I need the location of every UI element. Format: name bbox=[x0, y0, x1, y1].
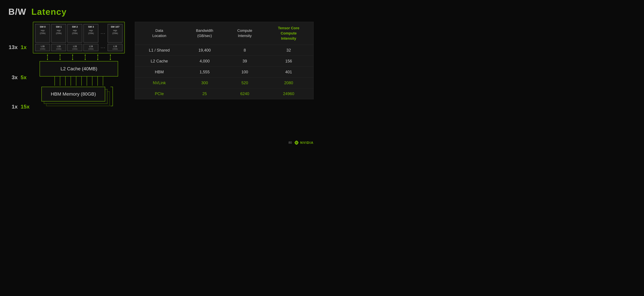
l1-dots: ··· bbox=[100, 44, 106, 51]
nvidia-text: NVIDIA bbox=[300, 141, 314, 145]
sm-3-title: SM 3 bbox=[88, 25, 94, 28]
sm-row-cache: L1$ (192k) L1$ (192k) L1$ (192k) bbox=[35, 44, 122, 51]
bw-pcie: 25 bbox=[184, 88, 226, 99]
sm-1-title: SM 1 bbox=[56, 25, 62, 28]
header: B/W Latency bbox=[8, 7, 314, 17]
bw-l1: 19,400 bbox=[184, 45, 226, 56]
data-table-section: DataLocation Bandwidth(GB/sec) ComputeIn… bbox=[135, 22, 314, 99]
tcci-l1: 32 bbox=[264, 45, 314, 56]
sm-section: SM 0 regs(256k) SM 1 regs(256k) SM 2 reg… bbox=[33, 22, 125, 53]
latency-label-2: 5x bbox=[21, 74, 29, 81]
header-row: DataLocation Bandwidth(GB/sec) ComputeIn… bbox=[135, 22, 314, 45]
ci-l1: 8 bbox=[226, 45, 264, 56]
bw-hbm: 1,555 bbox=[184, 67, 226, 78]
sm-3-box: SM 3 regs(256k) bbox=[84, 24, 98, 42]
bw-nvlink: 300 bbox=[184, 78, 226, 88]
main-page: B/W Latency 13x 1x 3x 5x bbox=[0, 0, 322, 148]
sm-1-box: SM 1 regs(256k) bbox=[51, 24, 66, 42]
bw-label-2: 3x bbox=[8, 74, 18, 81]
table-row: L2 Cache 4,000 39 156 bbox=[135, 56, 314, 67]
col-header-location: DataLocation bbox=[135, 22, 184, 45]
sm-107-title: SM 107 bbox=[111, 25, 120, 28]
col-header-bandwidth: Bandwidth(GB/sec) bbox=[184, 22, 226, 45]
table-row: HBM 1,555 100 401 bbox=[135, 67, 314, 78]
table-row: PCIe 25 6240 24960 bbox=[135, 88, 314, 99]
col-header-tensor: Tensor CoreComputeIntensity bbox=[264, 22, 314, 45]
l1-cache-2: L1$ (192k) bbox=[68, 44, 82, 51]
l2-cache-box: L2 Cache (40MB) bbox=[40, 61, 118, 77]
l1-cache-3: L1$ (192k) bbox=[84, 44, 98, 51]
label-pair-1: 13x 1x bbox=[8, 32, 30, 63]
tcci-nvlink: 2080 bbox=[264, 78, 314, 88]
bw-l2: 4,000 bbox=[184, 56, 226, 67]
table-body: L1 / Shared 19,400 8 32 L2 Cache 4,000 3… bbox=[135, 45, 314, 99]
sm-2-title: SM 2 bbox=[72, 25, 78, 28]
ci-nvlink: 520 bbox=[226, 78, 264, 88]
sm-107-box: SM 107 regs(256k) bbox=[108, 24, 122, 42]
diagram-section: 13x 1x 3x 5x 1x 15x bbox=[8, 22, 125, 121]
hbm-box: HBM Memory (80GB) bbox=[42, 87, 105, 102]
tcci-hbm: 401 bbox=[264, 67, 314, 78]
l2-to-hbm-lines bbox=[52, 77, 106, 86]
bw-label-1: 13x bbox=[8, 44, 18, 50]
dots-icon: ··· bbox=[100, 31, 106, 36]
sm-1-regs: regs(256k) bbox=[56, 29, 62, 35]
svg-point-1 bbox=[296, 142, 297, 143]
hbm-label: HBM Memory (80GB) bbox=[51, 91, 96, 97]
location-l2: L2 Cache bbox=[135, 56, 184, 67]
sm-107-regs: regs(256k) bbox=[112, 29, 118, 35]
labels-column: 13x 1x 3x 5x 1x 15x bbox=[8, 22, 30, 121]
l1-cache-107: L1$ (192k) bbox=[108, 44, 122, 51]
table-row: L1 / Shared 19,400 8 32 bbox=[135, 45, 314, 56]
location-pcie: PCIe bbox=[135, 88, 184, 99]
l1-cache-0: L1$ (192k) bbox=[35, 44, 50, 51]
main-content: 13x 1x 3x 5x 1x 15x bbox=[8, 22, 314, 121]
sm-3-regs: regs(256k) bbox=[88, 29, 94, 35]
sm-row-top: SM 0 regs(256k) SM 1 regs(256k) SM 2 reg… bbox=[35, 24, 122, 42]
sm-0-box: SM 0 regs(256k) bbox=[35, 24, 50, 42]
tcci-l2: 156 bbox=[264, 56, 314, 67]
tcci-pcie: 24960 bbox=[264, 88, 314, 99]
nvidia-eye-icon bbox=[294, 140, 299, 145]
l1-dots-icon: ··· bbox=[100, 45, 106, 50]
nvidia-logo: NVIDIA bbox=[294, 140, 314, 145]
page-number: 80 bbox=[288, 141, 292, 145]
footer: 80 NVIDIA bbox=[288, 140, 314, 145]
label-pair-2: 3x 5x bbox=[8, 63, 30, 92]
location-nvlink: NVLink bbox=[135, 78, 184, 88]
sm-0-regs: regs(256k) bbox=[40, 29, 46, 35]
arch-diagram: SM 0 regs(256k) SM 1 regs(256k) SM 2 reg… bbox=[33, 22, 125, 108]
data-table: DataLocation Bandwidth(GB/sec) ComputeIn… bbox=[135, 22, 314, 99]
sm-2-box: SM 2 regs(256k) bbox=[68, 24, 82, 42]
col-header-compute: ComputeIntensity bbox=[226, 22, 264, 45]
bw-label: B/W bbox=[8, 7, 26, 17]
location-hbm: HBM bbox=[135, 67, 184, 78]
l1-cache-1: L1$ (192k) bbox=[51, 44, 66, 51]
hbm-stack: HBM Memory (80GB) bbox=[38, 86, 120, 108]
sm-2-regs: regs(256k) bbox=[72, 29, 78, 35]
arrows-sm-to-l2 bbox=[38, 53, 120, 61]
latency-label-1: 1x bbox=[21, 44, 29, 50]
latency-label: Latency bbox=[31, 7, 67, 17]
location-l1: L1 / Shared bbox=[135, 45, 184, 56]
label-pair-3: 1x 15x bbox=[8, 92, 30, 121]
bw-label-3: 1x bbox=[8, 104, 18, 110]
ci-l2: 39 bbox=[226, 56, 264, 67]
latency-label-3: 15x bbox=[21, 104, 30, 110]
l2-label: L2 Cache (40MB) bbox=[60, 66, 97, 71]
ci-hbm: 100 bbox=[226, 67, 264, 78]
sm-0-title: SM 0 bbox=[40, 25, 46, 28]
ci-pcie: 6240 bbox=[226, 88, 264, 99]
table-header: DataLocation Bandwidth(GB/sec) ComputeIn… bbox=[135, 22, 314, 45]
sm-dots: ··· bbox=[100, 24, 106, 42]
table-row: NVLink 300 520 2080 bbox=[135, 78, 314, 88]
